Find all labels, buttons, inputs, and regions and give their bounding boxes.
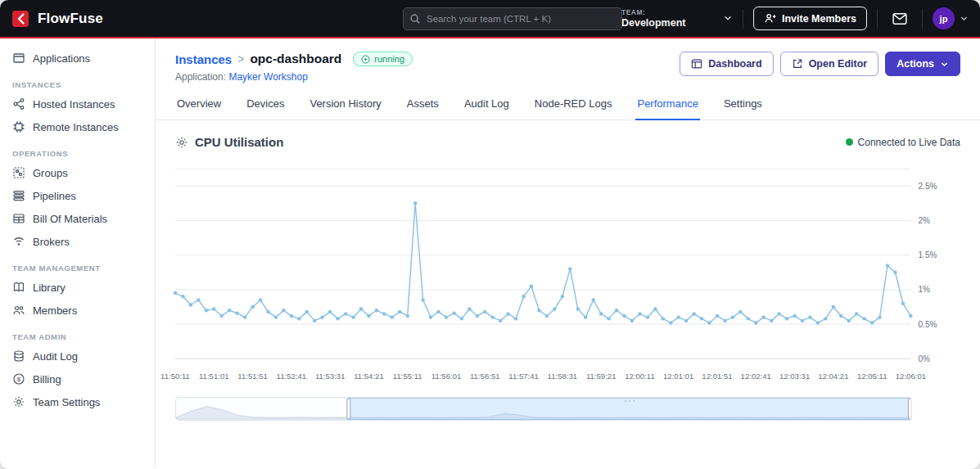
sidebar-item-remote-instances[interactable]: Remote Instances bbox=[0, 115, 155, 138]
tab-overview[interactable]: Overview bbox=[175, 97, 223, 120]
sidebar-item-applications[interactable]: Applications bbox=[0, 47, 155, 70]
time-range-brush[interactable] bbox=[175, 397, 912, 421]
mail-icon bbox=[892, 12, 907, 25]
tab-audit-log[interactable]: Audit Log bbox=[463, 97, 511, 120]
svg-text:11:56:01: 11:56:01 bbox=[431, 372, 462, 381]
members-icon bbox=[12, 304, 25, 317]
breadcrumb-block: Instances > opc-dashboard running Applic… bbox=[175, 52, 413, 83]
notifications-button[interactable] bbox=[887, 9, 912, 29]
tab-performance[interactable]: Performance bbox=[635, 97, 699, 120]
tab-version-history[interactable]: Version History bbox=[308, 97, 382, 120]
svg-text:12:01:01: 12:01:01 bbox=[663, 372, 693, 381]
flowfuse-logo-icon bbox=[11, 9, 31, 29]
application-label: Application: bbox=[175, 71, 226, 83]
tab-assets[interactable]: Assets bbox=[405, 97, 440, 120]
team-label: TEAM: bbox=[621, 8, 686, 16]
svg-text:11:54:21: 11:54:21 bbox=[354, 372, 384, 381]
remote-instances-icon bbox=[12, 120, 25, 133]
sidebar-item-label: Brokers bbox=[33, 236, 70, 248]
status-badge: running bbox=[353, 52, 413, 66]
svg-text:11:53:31: 11:53:31 bbox=[315, 372, 345, 381]
svg-text:11:51:01: 11:51:01 bbox=[199, 372, 229, 381]
flowfuse-logo[interactable]: FlowFuse bbox=[11, 9, 103, 29]
flowfuse-app-window: FlowFuse TEAM: Development bbox=[0, 0, 980, 469]
svg-text:11:57:41: 11:57:41 bbox=[508, 372, 539, 381]
live-data-status: Connected to Live Data bbox=[846, 137, 960, 148]
svg-text:1%: 1% bbox=[918, 285, 930, 294]
chevron-down-icon bbox=[723, 11, 733, 26]
svg-text:0%: 0% bbox=[918, 354, 930, 363]
library-icon bbox=[12, 281, 25, 294]
sidebar-item-label: Applications bbox=[33, 52, 90, 65]
sidebar-item-groups[interactable]: Groups bbox=[0, 161, 155, 184]
breadcrumb-separator: > bbox=[237, 52, 244, 65]
svg-text:$: $ bbox=[17, 376, 21, 383]
sidebar-section-instances: INSTANCES bbox=[0, 70, 155, 92]
open-editor-icon bbox=[792, 58, 803, 70]
tab-settings[interactable]: Settings bbox=[722, 97, 764, 120]
instance-tabs: Overview Devices Version History Assets … bbox=[156, 97, 980, 120]
sidebar-item-label: Groups bbox=[33, 167, 68, 179]
sidebar-item-label: Library bbox=[33, 282, 65, 294]
sidebar-item-bill-of-materials[interactable]: Bill Of Materials bbox=[0, 207, 155, 230]
breadcrumb-instances-link[interactable]: Instances bbox=[175, 52, 232, 66]
page-actions: Dashboard Open Editor Actions bbox=[680, 52, 960, 76]
person-plus-icon bbox=[764, 12, 776, 25]
sidebar-item-label: Audit Log bbox=[33, 350, 78, 363]
team-settings-icon bbox=[12, 395, 25, 408]
nav-divider bbox=[743, 9, 743, 29]
sidebar: Applications INSTANCES Hosted Instances … bbox=[0, 38, 156, 467]
svg-text:2%: 2% bbox=[918, 216, 930, 225]
pipelines-icon bbox=[12, 189, 25, 202]
tab-devices[interactable]: Devices bbox=[245, 97, 286, 120]
application-link[interactable]: Mayker Workshop bbox=[228, 71, 307, 83]
search-input[interactable] bbox=[403, 7, 622, 30]
svg-text:1.5%: 1.5% bbox=[918, 250, 937, 259]
svg-text:2.5%: 2.5% bbox=[918, 182, 937, 191]
sidebar-item-billing[interactable]: $ Billing bbox=[0, 368, 155, 390]
svg-text:11:56:51: 11:56:51 bbox=[470, 372, 500, 381]
svg-text:12:00:11: 12:00:11 bbox=[625, 372, 655, 381]
billing-icon: $ bbox=[12, 372, 25, 386]
svg-text:11:52:41: 11:52:41 bbox=[277, 372, 307, 381]
svg-text:12:02:41: 12:02:41 bbox=[741, 372, 771, 381]
svg-text:12:03:31: 12:03:31 bbox=[779, 372, 810, 381]
sidebar-item-label: Billing bbox=[33, 373, 61, 386]
sidebar-item-pipelines[interactable]: Pipelines bbox=[0, 184, 155, 207]
sidebar-item-members[interactable]: Members bbox=[0, 299, 155, 322]
top-navbar: FlowFuse TEAM: Development bbox=[0, 0, 980, 38]
sidebar-item-brokers[interactable]: Brokers bbox=[0, 230, 155, 253]
open-editor-button[interactable]: Open Editor bbox=[780, 52, 879, 76]
chevron-down-icon bbox=[940, 60, 949, 69]
sidebar-item-library[interactable]: Library bbox=[0, 276, 155, 299]
status-badge-label: running bbox=[374, 54, 404, 64]
invite-members-button[interactable]: Invite Members bbox=[753, 7, 867, 30]
actions-button[interactable]: Actions bbox=[885, 52, 960, 76]
running-icon bbox=[361, 55, 370, 64]
hosted-instances-icon bbox=[12, 97, 25, 110]
cpu-utilisation-chart: 0%0.5%1%1.5%2%2.5%11:50:1111:51:0111:51:… bbox=[175, 156, 960, 387]
bill-of-materials-icon bbox=[12, 212, 25, 225]
dashboard-button[interactable]: Dashboard bbox=[680, 52, 773, 76]
tab-node-red-logs[interactable]: Node-RED Logs bbox=[533, 97, 614, 120]
brush-svg[interactable] bbox=[176, 398, 911, 420]
application-line: Application: Mayker Workshop bbox=[175, 71, 413, 83]
svg-text:11:51:51: 11:51:51 bbox=[237, 372, 268, 381]
sidebar-item-hosted-instances[interactable]: Hosted Instances bbox=[0, 92, 155, 115]
user-menu[interactable]: jp bbox=[933, 7, 969, 29]
main-content: Instances > opc-dashboard running Applic… bbox=[156, 38, 980, 467]
breadcrumb: Instances > opc-dashboard running bbox=[175, 52, 413, 66]
panel-title-block: CPU Utilisation bbox=[175, 135, 283, 149]
brokers-icon bbox=[12, 235, 25, 248]
chevron-down-icon bbox=[960, 14, 969, 23]
sidebar-item-team-settings[interactable]: Team Settings bbox=[0, 390, 155, 413]
panel-title: CPU Utilisation bbox=[195, 135, 283, 149]
nav-right-cluster: TEAM: Development Invite Members bbox=[594, 7, 969, 30]
live-dot-icon bbox=[846, 138, 853, 146]
sidebar-item-audit-log[interactable]: Audit Log bbox=[0, 345, 155, 368]
page-title: opc-dashboard bbox=[250, 52, 341, 66]
sidebar-item-label: Members bbox=[33, 304, 77, 317]
sidebar-item-label: Team Settings bbox=[33, 396, 100, 408]
nav-divider bbox=[877, 9, 878, 29]
sidebar-section-team-admin: TEAM ADMIN bbox=[0, 322, 155, 345]
